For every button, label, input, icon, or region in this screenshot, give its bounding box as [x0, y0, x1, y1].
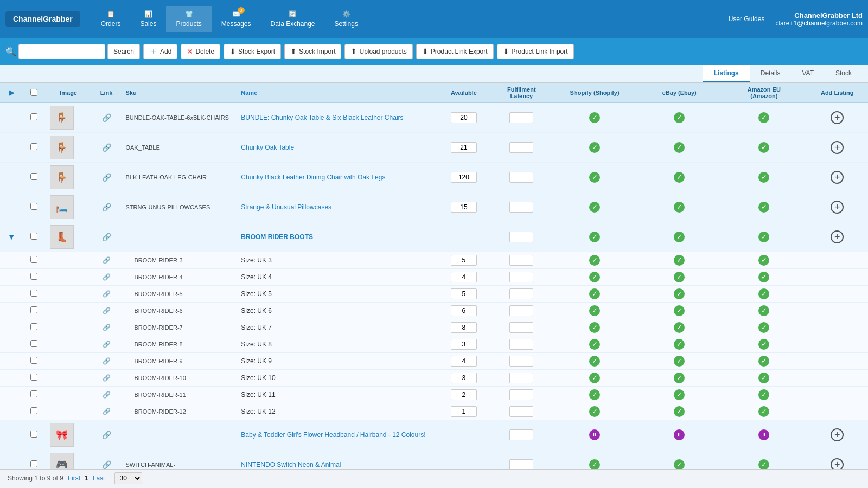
- app-logo[interactable]: ChannelGrabber: [5, 11, 80, 27]
- latency-input[interactable]: [509, 202, 533, 213]
- delete-button[interactable]: ✕ Delete: [181, 44, 220, 59]
- stock-export-button[interactable]: ⬇ Stock Export: [224, 44, 281, 59]
- first-link[interactable]: First: [68, 474, 80, 482]
- available-input[interactable]: [451, 406, 477, 417]
- latency-input[interactable]: [509, 232, 533, 242]
- link-icon[interactable]: 🔗: [103, 273, 111, 281]
- search-button[interactable]: Search: [107, 44, 140, 59]
- nav-sales[interactable]: 📊 Sales: [130, 6, 166, 32]
- add-listing-button[interactable]: +: [831, 428, 844, 441]
- row-checkbox[interactable]: [30, 143, 37, 150]
- row-checkbox[interactable]: [30, 233, 37, 240]
- link-icon[interactable]: 🔗: [102, 460, 111, 469]
- link-icon[interactable]: 🔗: [102, 143, 111, 152]
- available-input[interactable]: [451, 373, 477, 383]
- row-checkbox[interactable]: [30, 290, 37, 297]
- link-icon[interactable]: 🔗: [102, 431, 111, 439]
- add-listing-button[interactable]: +: [831, 230, 844, 243]
- collapse-button[interactable]: ▼: [8, 233, 15, 241]
- row-checkbox[interactable]: [30, 390, 37, 397]
- nav-messages[interactable]: ✉️ 0 Messages: [212, 6, 261, 32]
- row-checkbox[interactable]: [30, 340, 37, 347]
- latency-input[interactable]: [509, 172, 533, 183]
- user-guide-link[interactable]: User Guides: [729, 15, 765, 23]
- link-icon[interactable]: 🔗: [103, 307, 111, 314]
- latency-input[interactable]: [509, 339, 533, 350]
- add-listing-button[interactable]: +: [831, 458, 844, 469]
- link-icon[interactable]: 🔗: [103, 341, 111, 348]
- available-input[interactable]: [451, 339, 477, 350]
- link-icon[interactable]: 🔗: [102, 233, 111, 241]
- latency-input[interactable]: [509, 429, 533, 440]
- available-input[interactable]: [451, 202, 477, 213]
- nav-data-exchange[interactable]: 🔄 Data Exchange: [260, 6, 324, 32]
- row-checkbox[interactable]: [30, 306, 37, 313]
- available-input[interactable]: [451, 142, 477, 153]
- last-link[interactable]: Last: [93, 474, 105, 482]
- add-listing-button[interactable]: +: [831, 171, 844, 184]
- latency-input[interactable]: [509, 406, 533, 417]
- link-icon[interactable]: 🔗: [102, 113, 111, 122]
- select-all-checkbox[interactable]: [30, 89, 37, 96]
- link-icon[interactable]: 🔗: [102, 173, 111, 182]
- tab-details[interactable]: Details: [750, 65, 792, 82]
- product-link-import-button[interactable]: ⬇ Product Link Import: [497, 44, 574, 59]
- row-checkbox[interactable]: [30, 203, 37, 210]
- latency-input[interactable]: [509, 288, 533, 299]
- available-input[interactable]: [451, 322, 477, 333]
- available-input[interactable]: [451, 255, 477, 266]
- product-link-export-button[interactable]: ⬇ Product Link Export: [416, 44, 494, 59]
- available-input[interactable]: [451, 305, 477, 316]
- row-checkbox[interactable]: [30, 173, 37, 180]
- link-icon[interactable]: 🔗: [103, 391, 111, 399]
- expand-all-icon[interactable]: ▶: [9, 89, 14, 97]
- add-button[interactable]: ＋ Add: [143, 44, 177, 59]
- row-checkbox[interactable]: [30, 357, 37, 364]
- available-input[interactable]: [451, 112, 477, 123]
- page-number[interactable]: 1: [85, 474, 88, 482]
- row-checkbox[interactable]: [30, 323, 37, 330]
- row-checkbox[interactable]: [30, 374, 37, 381]
- available-input[interactable]: [451, 288, 477, 299]
- tab-vat[interactable]: VAT: [791, 65, 825, 82]
- latency-input[interactable]: [509, 305, 533, 316]
- latency-input[interactable]: [509, 373, 533, 383]
- nav-orders[interactable]: 📋 Orders: [91, 6, 131, 32]
- tab-listings[interactable]: Listings: [703, 65, 750, 82]
- latency-input[interactable]: [509, 322, 533, 333]
- row-checkbox[interactable]: [30, 460, 37, 467]
- row-checkbox[interactable]: [30, 431, 37, 438]
- available-input[interactable]: [451, 272, 477, 282]
- latency-input[interactable]: [509, 142, 533, 153]
- nav-settings[interactable]: ⚙️ Settings: [325, 6, 368, 32]
- link-icon[interactable]: 🔗: [102, 203, 111, 211]
- row-checkbox[interactable]: [30, 113, 37, 120]
- th-name[interactable]: Name: [237, 83, 437, 103]
- link-icon[interactable]: 🔗: [103, 256, 111, 264]
- link-icon[interactable]: 🔗: [103, 290, 111, 298]
- latency-input[interactable]: [509, 272, 533, 282]
- upload-products-button[interactable]: ⬆ Upload products: [344, 44, 412, 59]
- per-page-select[interactable]: 30 50 100: [114, 472, 142, 484]
- latency-input[interactable]: [509, 389, 533, 400]
- search-input[interactable]: [18, 44, 105, 59]
- add-listing-button[interactable]: +: [831, 201, 844, 214]
- th-available[interactable]: Available: [437, 83, 490, 103]
- latency-input[interactable]: [509, 255, 533, 266]
- tab-stock[interactable]: Stock: [825, 65, 863, 82]
- link-icon[interactable]: 🔗: [103, 324, 111, 331]
- add-listing-button[interactable]: +: [831, 141, 844, 154]
- latency-input[interactable]: [509, 459, 533, 469]
- latency-input[interactable]: [509, 356, 533, 367]
- available-input[interactable]: [451, 389, 477, 400]
- row-checkbox[interactable]: [30, 256, 37, 263]
- link-icon[interactable]: 🔗: [103, 408, 111, 415]
- row-checkbox[interactable]: [30, 407, 37, 414]
- stock-import-button[interactable]: ⬆ Stock Import: [284, 44, 341, 59]
- link-icon[interactable]: 🔗: [103, 374, 111, 382]
- available-input[interactable]: [451, 356, 477, 367]
- latency-input[interactable]: [509, 112, 533, 123]
- row-checkbox[interactable]: [30, 273, 37, 280]
- add-listing-button[interactable]: +: [831, 111, 844, 124]
- nav-products[interactable]: 👕 Products: [166, 6, 211, 32]
